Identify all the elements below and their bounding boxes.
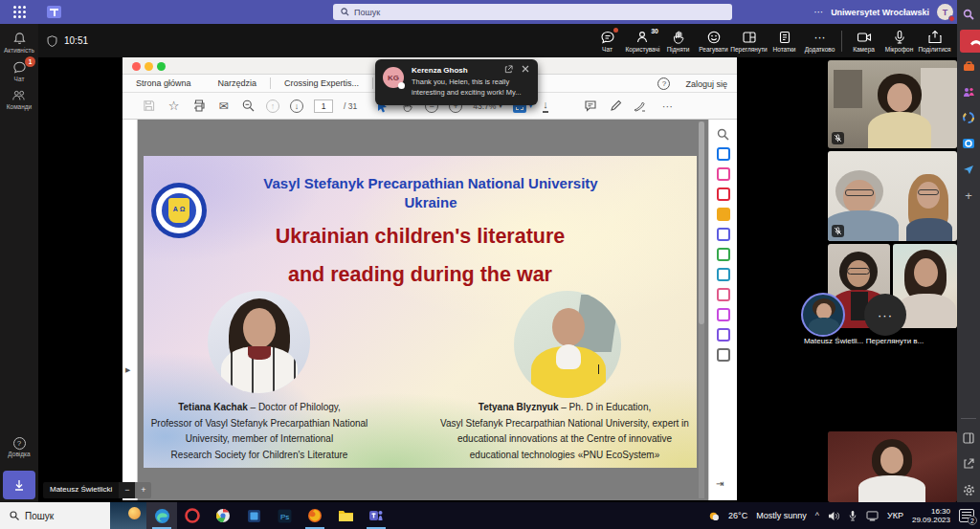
control-chat[interactable]: Чат (590, 30, 625, 53)
taskbar-search[interactable]: Пошук (0, 502, 110, 529)
teams-search-input[interactable]: Пошук (333, 4, 732, 20)
control-react[interactable]: Реагувати (696, 30, 731, 53)
scan-ocr-icon[interactable] (717, 268, 730, 281)
video-tile-5[interactable] (828, 431, 957, 502)
thumbnail-panel-collapsed[interactable]: ▶ (122, 120, 138, 500)
rail-item-teams[interactable]: Команди (0, 89, 38, 110)
sidebar-settings-icon[interactable] (962, 483, 975, 496)
tab-tools[interactable]: Narzędzia (205, 78, 271, 88)
camera-icon (857, 30, 872, 45)
close-icon[interactable] (522, 65, 529, 73)
weather-description[interactable]: Mostly sunny (756, 511, 807, 520)
sign-in-link[interactable]: Zaloguj się (685, 79, 727, 89)
rail-item-help[interactable]: ? Довідка (0, 437, 38, 457)
fill-sign-icon[interactable] (717, 288, 730, 301)
control-microphone[interactable]: Мікрофон (881, 30, 917, 53)
organize-pages-icon[interactable] (717, 248, 730, 261)
comment-icon[interactable] (717, 208, 730, 221)
user-avatar[interactable]: T (937, 4, 953, 20)
maximize-icon[interactable] (157, 62, 166, 71)
app-launcher-icon[interactable] (13, 6, 26, 18)
expand-button[interactable]: + (135, 482, 151, 498)
collapse-panel-icon[interactable]: ⇥ (716, 478, 724, 489)
page-down-icon[interactable]: ↓ (290, 99, 303, 113)
panel-search-icon[interactable] (717, 127, 730, 141)
chat-notification-toast[interactable]: KG Kerenza Ghosh Thank you, Helen, this … (375, 59, 538, 105)
collapse-button[interactable]: − (119, 482, 135, 498)
rail-item-activity[interactable]: Активність (0, 32, 38, 54)
photoshop-icon[interactable]: Ps (269, 502, 300, 529)
view-more-participants[interactable]: ··· (864, 294, 906, 336)
page-number-input[interactable]: 1 (314, 99, 333, 113)
sign-tool-icon[interactable] (634, 99, 648, 113)
teams-taskbar-icon[interactable] (361, 502, 391, 529)
scroll-mode-icon[interactable]: ↓ (543, 99, 548, 113)
sidebar-drop-icon[interactable] (962, 163, 975, 176)
email-icon[interactable]: ✉ (216, 99, 231, 113)
opera-icon[interactable] (177, 502, 208, 529)
clock[interactable]: 16:30 29.09.2023 (912, 507, 950, 524)
download-app-button[interactable] (3, 471, 35, 499)
edit-pdf-icon[interactable] (717, 187, 730, 201)
close-icon[interactable] (132, 62, 141, 71)
control-view[interactable]: Переглянути (731, 30, 767, 53)
vertical-scrollbar[interactable] (699, 121, 704, 498)
sidebar-outlook-icon[interactable] (962, 137, 975, 150)
sidebar-search-icon[interactable] (962, 8, 975, 21)
tab-home[interactable]: Strona główna (122, 78, 205, 88)
leave-button[interactable]: Вийти (960, 30, 980, 53)
comment-tool-icon[interactable] (584, 99, 598, 113)
export-pdf-icon[interactable] (717, 147, 730, 161)
highlight-tool-icon[interactable] (609, 99, 623, 113)
send-review-icon[interactable] (717, 308, 730, 321)
popout-icon[interactable] (504, 65, 513, 74)
chat-activity-dot (613, 28, 618, 33)
firefox-icon[interactable] (300, 502, 330, 529)
sidebar-popout-icon[interactable] (962, 457, 975, 471)
network-icon[interactable] (866, 511, 879, 521)
control-participants[interactable]: 30 Користувачі (625, 30, 660, 53)
control-share[interactable]: Поділитися (917, 30, 952, 53)
control-camera[interactable]: Камера (846, 30, 881, 53)
edge-icon[interactable] (146, 502, 177, 529)
star-icon[interactable]: ☆ (167, 99, 181, 113)
sidebar-panel-icon[interactable] (962, 431, 975, 445)
minimize-icon[interactable] (145, 62, 153, 71)
create-pdf-icon[interactable] (717, 167, 730, 181)
chrome-icon[interactable] (208, 502, 238, 529)
rail-item-chat[interactable]: 1 Чат (0, 60, 38, 82)
mic-tray-icon[interactable] (848, 510, 858, 521)
video-tile-2[interactable] (828, 151, 957, 241)
page-up-icon[interactable]: ↑ (266, 99, 279, 113)
scrollbar-thumb[interactable] (699, 121, 704, 324)
temperature[interactable]: 26°C (728, 511, 747, 520)
sidebar-people-icon[interactable] (962, 85, 975, 99)
control-notes[interactable]: Нотатки (767, 30, 802, 53)
notification-center-icon[interactable]: 2 (959, 509, 974, 522)
video-tile-1[interactable] (828, 60, 957, 148)
speaker-icon[interactable] (828, 511, 839, 521)
search-minus-icon[interactable] (241, 99, 256, 113)
hidden-icons-chevron[interactable]: ^ (815, 511, 819, 520)
tab-doc-1[interactable]: Crossing Expertis... (271, 78, 372, 88)
control-more[interactable]: ··· Додатково (802, 31, 837, 53)
control-raise-hand[interactable]: Підняти (660, 30, 696, 53)
weather-widget-image[interactable] (110, 502, 146, 529)
sidebar-add-icon[interactable]: + (962, 188, 975, 202)
file-explorer-icon[interactable] (330, 502, 361, 529)
participant-avatar[interactable] (801, 293, 845, 337)
expand-panel-arrow-icon[interactable]: ▶ (125, 366, 130, 374)
more-tools-icon[interactable] (717, 348, 730, 362)
sidebar-designer-icon[interactable] (962, 111, 975, 124)
toolbar-more-icon[interactable]: ··· (662, 100, 673, 112)
save-icon[interactable] (142, 99, 156, 113)
language-indicator[interactable]: УКР (887, 511, 903, 520)
acrobat-help-icon[interactable]: ? (657, 77, 670, 90)
certificates-icon[interactable] (717, 328, 730, 342)
account-name[interactable]: Uniwersytet Wrocławski (831, 8, 929, 17)
print-icon[interactable] (191, 99, 206, 113)
combine-files-icon[interactable] (717, 228, 730, 241)
photos-icon[interactable] (238, 502, 269, 529)
more-options-icon[interactable]: ··· (813, 7, 823, 17)
sidebar-tools-icon[interactable] (962, 59, 975, 73)
